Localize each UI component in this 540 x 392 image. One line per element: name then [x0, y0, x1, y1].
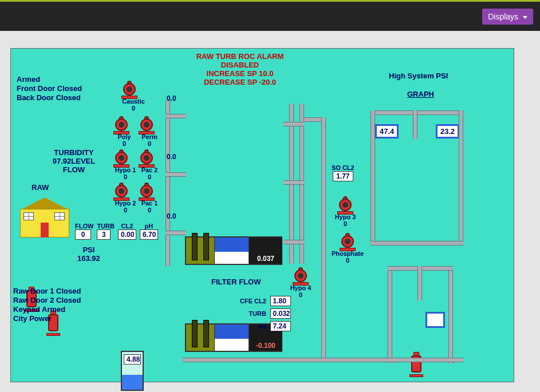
pump-icon: [337, 196, 354, 213]
psi-box-1[interactable]: 47.4: [375, 124, 399, 138]
pump-hypo1-val: 0: [113, 173, 138, 180]
raw-turb-val[interactable]: 3: [97, 229, 111, 240]
filter2-flow: 0.0: [167, 153, 176, 161]
pipe: [370, 110, 375, 242]
pump-pac2[interactable]: Pac 2 0: [138, 149, 161, 180]
turbidity-flow-lbl: FLOW: [40, 165, 108, 174]
pipe: [165, 100, 170, 266]
raw-psi-block: PSI 163.92: [77, 246, 100, 263]
pump-icon: [121, 81, 138, 98]
level-tank-icon[interactable]: 4.88: [121, 351, 144, 391]
pump-phosphate[interactable]: Phosphate 0: [329, 233, 366, 264]
pump-icon: [292, 267, 309, 284]
pump-hypo2[interactable]: Hypo 2 0: [113, 183, 138, 213]
pipe: [283, 240, 304, 244]
raw-label: RAW: [31, 183, 49, 192]
pump-hypo4-val: 0: [287, 291, 314, 298]
turbidity-block: TURBIDITY 97.92LEVEL FLOW: [40, 148, 108, 174]
filter2-level: 0.128: [215, 342, 249, 350]
pump-icon: [138, 116, 155, 133]
pump-caustic-val: 0: [121, 105, 146, 112]
pipe: [413, 110, 417, 139]
chevron-down-icon: [523, 16, 527, 19]
turbidity-level-val: 97.92: [53, 157, 72, 165]
status-keypad: Keypad Armed: [13, 305, 81, 314]
cfe-block: CFE CL2 1.80 TURB 0.032 pH 7.24: [240, 296, 291, 331]
pipe: [283, 122, 304, 126]
cfe-turb-lbl: TURB: [249, 310, 266, 317]
level-tank-val: 4.88: [124, 354, 141, 365]
alarm-line3: INCREASE SP 10.0: [183, 69, 297, 78]
status-armed: Armed: [17, 75, 82, 84]
pipe: [165, 231, 186, 235]
pump-icon: [339, 233, 356, 250]
turbidity-label: TURBIDITY: [40, 148, 108, 157]
pipe: [417, 266, 422, 300]
scada-canvas: RAW TURB ROC ALARM DISABLED INCREASE SP …: [10, 48, 514, 382]
status-raw-door2: Raw Door 2 Closed: [13, 296, 81, 305]
pump-hypo1[interactable]: Hypo 1 0: [113, 149, 138, 180]
graph-link[interactable]: GRAPH: [407, 90, 434, 98]
alarm-line1: RAW TURB ROC ALARM: [183, 52, 297, 61]
filter1-level: 0.184: [215, 255, 249, 263]
pump-hypo4[interactable]: Hypo 4 0: [287, 267, 314, 298]
house-icon: [20, 197, 69, 237]
pump-pac1-val: 0: [138, 207, 161, 213]
pump-caustic[interactable]: Caustic 0: [121, 81, 146, 112]
cfe-cl2-lbl: CFE CL2: [240, 298, 266, 304]
pipe: [165, 172, 186, 177]
hs-pump-red-icon[interactable]: [409, 352, 423, 376]
so-cl2-block: SO CL2 1.77: [332, 164, 354, 181]
pipe: [448, 266, 453, 363]
cfe-cl2-val[interactable]: 1.80: [270, 296, 291, 306]
highsys-title: High System PSI: [389, 72, 448, 80]
pump-hypo3[interactable]: Hypo 3 0: [332, 196, 359, 227]
filter1-flow: 0.0: [167, 94, 176, 102]
alarm-block: RAW TURB ROC ALARM DISABLED INCREASE SP …: [183, 52, 297, 86]
pump-pac1[interactable]: Pac 1 0: [138, 183, 161, 213]
filter-1[interactable]: 0.184 0.037: [185, 236, 282, 265]
pump-icon: [113, 149, 130, 167]
alarm-line2: DISABLED: [183, 61, 297, 69]
raw-cl2-val[interactable]: 0.00: [118, 229, 136, 240]
cfe-turb-val[interactable]: 0.032: [270, 308, 291, 319]
pump-perm[interactable]: Perm 0: [138, 116, 161, 147]
status-back-door: Back Door Closed: [17, 93, 82, 102]
pipe: [459, 110, 463, 242]
pipe: [321, 117, 326, 358]
psi-box-2[interactable]: 23.2: [436, 124, 459, 138]
filter2-val2: -0.100: [249, 342, 282, 350]
so-cl2-val[interactable]: 1.77: [333, 171, 353, 181]
displays-dropdown[interactable]: Displays: [482, 9, 533, 25]
pump-icon: [138, 183, 155, 200]
status-raw-door1: Raw Door 1 Closed: [13, 287, 81, 296]
top-bar: Displays: [0, 0, 540, 31]
pipe: [370, 241, 463, 246]
pump-poly[interactable]: Poly 0: [113, 116, 136, 147]
pump-perm-val: 0: [138, 140, 161, 147]
filter3-flow: 0.0: [167, 212, 176, 220]
status-block-top: Armed Front Door Closed Back Door Closed: [17, 75, 82, 102]
pipe: [165, 114, 186, 118]
raw-psi-lbl: PSI: [77, 246, 100, 254]
cfe-ph-val[interactable]: 7.24: [270, 321, 291, 331]
pump-hypo2-val: 0: [113, 207, 138, 213]
raw-ph-val[interactable]: 6.70: [140, 229, 158, 240]
raw-readouts: FLOW0 TURB3 CL20.00 pH6.70: [74, 221, 159, 241]
raw-flow-val[interactable]: 0: [75, 229, 91, 240]
alarm-line4: DECREASE SP -20.0: [183, 78, 297, 86]
raw-ph-lbl: pH: [140, 223, 158, 229]
pump-icon: [113, 116, 130, 133]
pump-poly-val: 0: [113, 140, 136, 147]
status-front-door: Front Door Closed: [17, 84, 82, 93]
pipe: [291, 358, 463, 362]
pump-icon: [138, 149, 155, 167]
pipe: [304, 117, 321, 122]
raw-psi-val: 163.92: [77, 254, 100, 263]
pump-hypo3-val: 0: [332, 220, 359, 227]
status-block-bottom: Raw Door 1 Closed Raw Door 2 Closed Keyp…: [13, 287, 81, 323]
cfe-ph-lbl: pH: [258, 323, 266, 330]
status-power: City Power: [13, 314, 81, 323]
pipe: [283, 180, 304, 185]
hs-box-icon[interactable]: [425, 312, 445, 328]
